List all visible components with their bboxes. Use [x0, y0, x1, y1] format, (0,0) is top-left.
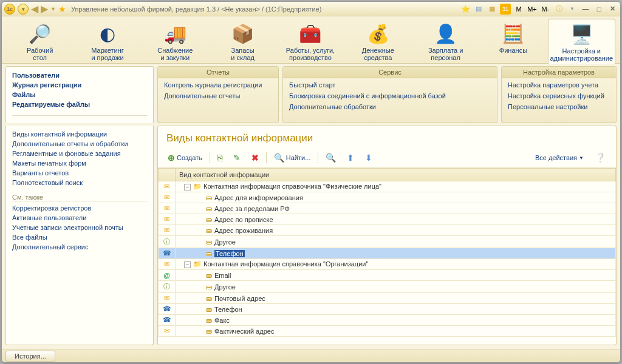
- section-tab-5[interactable]: 💰Денежныесредства: [345, 19, 411, 64]
- calc-icon[interactable]: ▦: [487, 4, 497, 15]
- sidebar-link[interactable]: Журнал регистрации: [12, 80, 147, 90]
- info-icon[interactable]: ⓘ: [553, 4, 564, 15]
- item-icon: [206, 308, 212, 312]
- nav-dropdown-icon[interactable]: ▼: [50, 6, 56, 12]
- section-tab-7[interactable]: 🧮Финансы: [480, 19, 546, 56]
- table-row[interactable]: ☎Телефон: [159, 304, 616, 315]
- arrow-up-icon: ⬆: [347, 153, 354, 163]
- section-tab-3[interactable]: 📦Запасыи склад: [210, 19, 276, 64]
- create-button[interactable]: ⊕Создать: [164, 151, 206, 164]
- m-plus-button[interactable]: M+: [527, 4, 538, 15]
- panel-link[interactable]: Дополнительные обработки: [283, 101, 497, 112]
- table-row[interactable]: ✉Адрес за пределами РФ: [159, 203, 616, 214]
- copy-button[interactable]: ⎘: [214, 151, 226, 164]
- section-tab-0[interactable]: 🔎Рабочийстол: [7, 19, 73, 64]
- table-row[interactable]: ⓘДругое: [159, 281, 616, 293]
- panel-link[interactable]: Персональные настройки: [502, 101, 616, 112]
- sidebar-link[interactable]: Регламентные и фоновые задания: [12, 149, 147, 158]
- panel-link[interactable]: Быстрый старт: [283, 79, 497, 90]
- sidebar-link[interactable]: Корректировка регистров: [12, 203, 147, 213]
- table-row[interactable]: @Email: [159, 270, 616, 281]
- close-button[interactable]: ✕: [607, 4, 618, 15]
- expander-icon[interactable]: −: [184, 184, 191, 190]
- toolbar: ⊕Создать ⎘ ✎ ✖ 🔍Найти... 🔍 ⬆ ⬇ Все дейст…: [158, 148, 616, 168]
- col-name[interactable]: Вид контактной информации: [176, 169, 616, 181]
- expander-icon[interactable]: −: [184, 261, 191, 268]
- minimize-button[interactable]: —: [580, 4, 591, 15]
- all-actions-button[interactable]: Все действия ▼: [531, 152, 587, 163]
- panel-reports-title: Отчеты: [158, 67, 278, 78]
- section-label: Зарплата иперсонал: [428, 47, 463, 61]
- panel-service-title: Сервис: [283, 67, 497, 78]
- panel-link[interactable]: Настройка параметров учета: [502, 79, 616, 90]
- table-row[interactable]: ✉Фактический адрес: [159, 326, 616, 337]
- sidebar-link[interactable]: Макеты печатных форм: [12, 158, 147, 168]
- sidebar-link[interactable]: Виды контактной информации: [12, 129, 147, 139]
- sidebar-link[interactable]: Пользователи: [12, 70, 147, 80]
- dropdown-icon[interactable]: ▾: [18, 4, 29, 15]
- table-row[interactable]: ☎Телефон: [159, 248, 616, 259]
- table-row[interactable]: ✉Почтовый адрес: [159, 293, 616, 304]
- delete-button[interactable]: ✖: [248, 151, 262, 164]
- row-text: Адрес для информирования: [214, 194, 303, 201]
- nav-back-icon[interactable]: ◀: [31, 3, 38, 15]
- grid[interactable]: Вид контактной информации ✉−📁 Контактная…: [158, 168, 616, 345]
- sidebar-link[interactable]: Дополнительные отчеты и обработки: [12, 139, 147, 149]
- panel-link[interactable]: Настройка сервисных функций: [502, 90, 616, 101]
- section-tab-6[interactable]: 👤Зарплата иперсонал: [412, 19, 479, 64]
- app-logo-icon: 1c: [4, 4, 15, 15]
- sidebar-top: ПользователиЖурнал регистрацииФайлыРедак…: [5, 66, 154, 123]
- table-row[interactable]: ✉−📁 Контактная информация справочника "Ф…: [159, 181, 616, 192]
- table-row[interactable]: ✉−📁 Контактная информация справочника "О…: [159, 259, 616, 270]
- nav-forward-icon[interactable]: ▶: [41, 3, 48, 15]
- fav-add-icon[interactable]: ⭐: [460, 4, 471, 15]
- col-icon[interactable]: [159, 169, 176, 181]
- phone-icon: ☎: [163, 249, 171, 257]
- panel-link[interactable]: Блокировка соединений с информационной б…: [283, 90, 497, 101]
- history-button[interactable]: История...: [5, 351, 55, 362]
- table-row[interactable]: ✉Адрес по прописке: [159, 214, 616, 225]
- sidebar-link[interactable]: Учетные записи электронной почты: [12, 223, 147, 232]
- item-icon: [206, 207, 212, 211]
- panel-reports: Отчеты Контроль журнала регистрацииДопол…: [157, 66, 279, 123]
- m-button[interactable]: M: [513, 4, 524, 15]
- doc-icon[interactable]: ▤: [473, 4, 484, 15]
- move-down-button[interactable]: ⬇: [361, 151, 376, 164]
- sidebar-link[interactable]: Редактируемые файлы: [12, 99, 147, 109]
- table-row[interactable]: ☎Факс: [159, 315, 616, 326]
- section-tab-2[interactable]: 🚚Снабжениеи закупки: [142, 19, 208, 64]
- edit-button[interactable]: ✎: [230, 151, 244, 164]
- clear-find-button[interactable]: 🔍: [322, 151, 340, 164]
- table-row[interactable]: ✉Адрес для информирования: [159, 192, 616, 203]
- sidebar-link[interactable]: Активные пользователи: [12, 213, 147, 223]
- section-tab-8[interactable]: 🖥️Настройка иадминистрирование: [548, 19, 615, 64]
- panel-link[interactable]: Контроль журнала регистрации: [158, 79, 278, 90]
- section-tab-1[interactable]: ◐Маркетинги продажи: [74, 19, 140, 64]
- table-row[interactable]: ⓘДругое: [159, 236, 616, 248]
- panel-link[interactable]: Дополнительные отчеты: [158, 90, 278, 101]
- sidebar-link[interactable]: Дополнительный сервис: [12, 242, 147, 252]
- section-tab-4[interactable]: 🧰Работы, услуги,производство: [277, 19, 343, 64]
- titlebar-right: ⭐ ▤ ▦ 31 M M+ M- ⓘ ▼ — □ ✕: [460, 4, 618, 15]
- sidebar-link[interactable]: Варианты отчетов: [12, 168, 147, 178]
- info-drop-icon[interactable]: ▼: [567, 4, 578, 15]
- home-icon: ⓘ: [163, 238, 170, 245]
- m-minus-button[interactable]: M-: [540, 4, 551, 15]
- section-icon: 🔎: [28, 21, 52, 46]
- section-label: Финансы: [499, 47, 527, 54]
- sidebar-link[interactable]: Все файлы: [12, 232, 147, 242]
- sidebar-link[interactable]: Файлы: [12, 90, 147, 99]
- item-icon: [206, 197, 212, 200]
- move-up-button[interactable]: ⬆: [343, 151, 358, 164]
- table-row[interactable]: ✉Адрес проживания: [159, 225, 616, 236]
- sidebar-link[interactable]: Полнотекстовый поиск: [12, 178, 147, 187]
- favorite-icon[interactable]: ★: [58, 4, 66, 14]
- find-button[interactable]: 🔍Найти...: [270, 151, 315, 164]
- item-icon: [206, 218, 212, 222]
- help-button[interactable]: ❔: [591, 150, 610, 165]
- item-icon: [206, 241, 212, 244]
- calendar-icon[interactable]: 31: [500, 4, 511, 15]
- mail-icon: ✉: [164, 204, 169, 212]
- maximize-button[interactable]: □: [593, 4, 604, 15]
- row-text: Контактная информация справочника "Орган…: [203, 260, 368, 268]
